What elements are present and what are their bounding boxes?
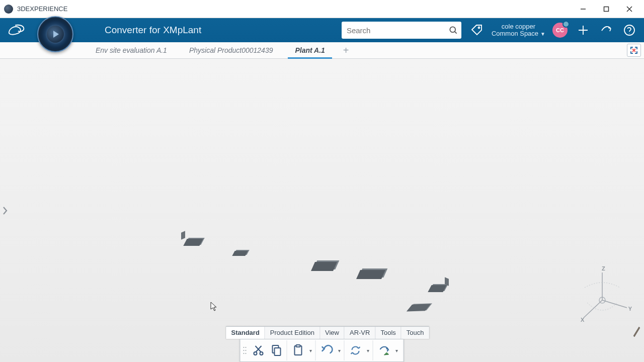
toolbar-tab-product-edition[interactable]: Product Edition (265, 327, 320, 339)
search-icon[interactable] (448, 25, 458, 35)
toolbar-tab-tools[interactable]: Tools (375, 327, 401, 339)
play-icon (47, 26, 64, 43)
axis-z-label: Z (602, 265, 605, 272)
geometry-object[interactable] (185, 239, 201, 246)
svg-rect-0 (604, 7, 609, 11)
toolbar-tab-touch[interactable]: Touch (401, 327, 429, 339)
ds-logo (5, 23, 28, 38)
tab-label: Env site evaluation A.1 (96, 46, 167, 54)
document-tabs: Env site evaluation A.1 Physical Product… (0, 42, 644, 59)
tab-plant[interactable]: Plant A.1 (284, 42, 336, 58)
svg-point-14 (246, 353, 247, 354)
svg-rect-18 (275, 348, 281, 355)
plus-icon: + (343, 45, 349, 56)
toolbar-tab-label: View (325, 329, 339, 336)
axis-y-label: Y (628, 306, 632, 312)
svg-rect-20 (296, 345, 300, 347)
paste-dropdown[interactable]: ▾ (307, 348, 314, 353)
share-content-button[interactable] (375, 341, 393, 359)
svg-point-16 (260, 352, 263, 355)
share-content-dropdown[interactable]: ▾ (393, 348, 400, 353)
window-title: 3DEXPERIENCE (17, 5, 572, 13)
search-box[interactable] (342, 22, 461, 39)
avatar-status-badge (562, 21, 570, 28)
tab-physical-product[interactable]: Physical Product00012439 (178, 42, 284, 58)
tab-label: Plant A.1 (295, 46, 325, 54)
user-name-label: cole copper (502, 23, 535, 30)
copy-button[interactable] (268, 341, 286, 359)
update-dropdown[interactable]: ▾ (365, 348, 372, 353)
share-icon[interactable] (599, 23, 614, 38)
viewport-3d[interactable]: Z Y X Standard Product Edition View AR-V… (0, 59, 644, 362)
add-icon[interactable] (576, 23, 591, 38)
svg-point-2 (478, 27, 479, 29)
action-bar: Standard Product Edition View AR-VR Tool… (215, 326, 430, 362)
search-input[interactable] (347, 26, 448, 35)
window-controls (572, 0, 641, 18)
svg-point-11 (244, 350, 245, 351)
toolbar-grip[interactable] (243, 341, 248, 359)
geometry-object[interactable] (313, 262, 335, 271)
mouse-cursor (210, 302, 217, 312)
axis-triad[interactable]: Z Y X (575, 267, 630, 323)
update-button[interactable] (347, 341, 365, 359)
window-titlebar: 3DEXPERIENCE (0, 0, 644, 18)
tab-env-site-evaluation[interactable]: Env site evaluation A.1 (85, 42, 178, 58)
svg-point-12 (246, 350, 247, 351)
undo-button[interactable] (318, 341, 336, 359)
window-close-button[interactable] (618, 0, 641, 18)
toolbar-tab-ar-vr[interactable]: AR-VR (345, 327, 375, 339)
toolbar-tab-label: Tools (380, 329, 395, 336)
toolbar-tab-label: AR-VR (350, 329, 370, 336)
user-space-selector[interactable]: cole copper Common Space ▼ (492, 23, 545, 38)
fit-view-button[interactable] (627, 44, 641, 57)
chevron-down-icon: ▼ (540, 31, 545, 37)
avatar-initials: CC (556, 27, 564, 33)
app-icon (4, 5, 13, 14)
action-bar-tabs: Standard Product Edition View AR-VR Tool… (226, 326, 430, 339)
avatar[interactable]: CC (552, 23, 568, 38)
toolbar-tab-view[interactable]: View (320, 327, 345, 339)
geometry-object[interactable] (430, 285, 445, 292)
cut-button[interactable] (250, 341, 268, 359)
undo-dropdown[interactable]: ▾ (336, 348, 343, 353)
geometry-object[interactable] (233, 251, 247, 256)
app-name: Converter for XMpLant (105, 25, 201, 36)
svg-point-1 (450, 27, 455, 32)
svg-line-7 (602, 300, 627, 308)
svg-point-9 (244, 347, 245, 348)
svg-point-15 (254, 352, 257, 355)
axis-x-label: X (581, 317, 584, 323)
toolbar-tab-standard[interactable]: Standard (226, 327, 265, 339)
svg-point-13 (244, 353, 245, 354)
toolbar-tab-label: Touch (407, 329, 424, 336)
svg-point-4 (629, 33, 629, 34)
geometry-object[interactable] (358, 270, 383, 279)
tab-add-button[interactable]: + (336, 42, 356, 58)
svg-point-10 (246, 347, 247, 348)
svg-line-8 (584, 300, 602, 318)
app-header: Converter for XMpLant cole copper Common… (0, 18, 644, 42)
toolbar-tab-label: Standard (231, 329, 260, 336)
help-icon[interactable] (622, 23, 637, 38)
tag-icon[interactable] (469, 23, 485, 38)
compass-menu[interactable] (37, 16, 73, 52)
action-bar-body: ▾ ▾ ▾ ▾ (240, 339, 404, 362)
window-maximize-button[interactable] (595, 0, 618, 18)
toolbar-tab-label: Product Edition (270, 329, 314, 336)
tab-label: Physical Product00012439 (189, 46, 273, 54)
pencil-icon[interactable] (632, 324, 641, 338)
space-label: Common Space (492, 30, 538, 37)
tree-expand-handle[interactable] (1, 204, 9, 218)
geometry-object[interactable] (410, 304, 428, 311)
window-minimize-button[interactable] (572, 0, 595, 18)
paste-button[interactable] (289, 341, 307, 359)
